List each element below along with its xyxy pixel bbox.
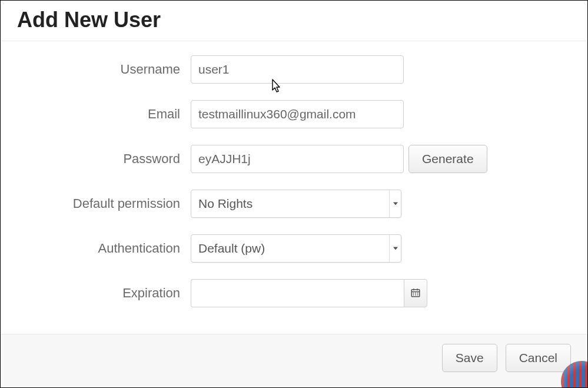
svg-rect-5 — [415, 293, 416, 294]
expiration-input[interactable] — [191, 279, 404, 307]
authentication-value: Default (pw) — [198, 241, 265, 256]
dialog-footer: Save Cancel — [1, 334, 587, 387]
row-authentication: Authentication Default (pw) — [17, 234, 571, 263]
username-input[interactable] — [191, 55, 404, 84]
row-password: Password Generate — [17, 145, 571, 173]
password-input[interactable] — [191, 145, 404, 173]
row-email: Email — [17, 100, 571, 128]
chevron-down-icon — [389, 235, 401, 262]
row-username: Username — [17, 55, 571, 84]
svg-rect-7 — [413, 294, 414, 296]
save-button[interactable]: Save — [442, 344, 497, 372]
label-default-permission: Default permission — [17, 196, 191, 211]
cancel-button[interactable]: Cancel — [506, 344, 571, 372]
label-authentication: Authentication — [17, 241, 191, 256]
calendar-button[interactable] — [404, 279, 427, 307]
label-password: Password — [17, 151, 191, 167]
label-expiration: Expiration — [17, 286, 191, 301]
add-user-dialog: Add New User Username Email Password Gen… — [0, 0, 588, 388]
row-default-permission: Default permission No Rights — [17, 190, 571, 218]
row-expiration: Expiration — [17, 279, 571, 307]
generate-button[interactable]: Generate — [408, 145, 487, 173]
default-permission-select[interactable]: No Rights — [191, 190, 401, 218]
svg-rect-9 — [417, 294, 418, 296]
svg-rect-6 — [417, 293, 418, 294]
dialog-header: Add New User — [1, 1, 587, 41]
dialog-body: Username Email Password Generate Default… — [1, 41, 587, 334]
expiration-group — [191, 279, 427, 307]
chevron-down-icon — [389, 190, 401, 217]
label-email: Email — [17, 107, 191, 122]
svg-rect-8 — [415, 294, 416, 296]
email-input[interactable] — [191, 100, 404, 128]
svg-rect-4 — [413, 293, 414, 294]
authentication-select[interactable]: Default (pw) — [191, 234, 401, 263]
default-permission-value: No Rights — [198, 197, 253, 211]
dialog-title: Add New User — [17, 8, 571, 32]
label-username: Username — [17, 62, 191, 77]
calendar-icon — [410, 287, 421, 300]
